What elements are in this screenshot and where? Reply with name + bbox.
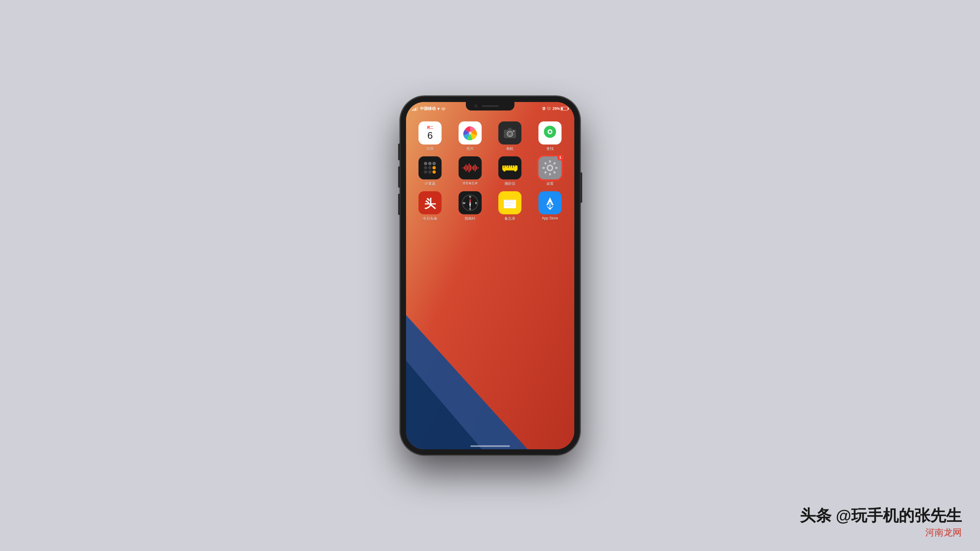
volume-up-button[interactable]: [398, 166, 400, 187]
svg-rect-24: [428, 170, 431, 174]
battery-icon: [561, 107, 568, 111]
svg-rect-25: [433, 170, 436, 174]
svg-rect-44: [512, 165, 513, 168]
battery-percent: 25%: [552, 106, 560, 111]
svg-point-9: [509, 133, 511, 135]
svg-rect-40: [504, 165, 504, 168]
svg-rect-28: [464, 166, 465, 170]
calculator-icon: [418, 156, 442, 179]
app-item-voicememo[interactable]: 语音备忘录: [451, 156, 489, 186]
photos-label: 照片: [466, 146, 474, 151]
alarm-icon: [547, 106, 551, 111]
calculator-label: 计算器: [425, 181, 436, 186]
svg-text:E: E: [475, 202, 477, 205]
calendar-day: 6: [427, 130, 433, 140]
notes-icon: [498, 191, 522, 214]
svg-point-72: [469, 202, 471, 203]
svg-point-14: [549, 130, 551, 133]
home-indicator[interactable]: [471, 445, 510, 447]
badge-1: 1: [557, 154, 563, 160]
svg-rect-45: [514, 165, 515, 167]
app-item-photos[interactable]: 照片: [451, 121, 489, 151]
svg-rect-41: [506, 165, 507, 167]
svg-rect-21: [428, 166, 431, 169]
findmy-label: 查找: [546, 146, 554, 151]
svg-rect-82: [504, 197, 516, 200]
svg-rect-29: [466, 164, 466, 171]
app-item-toutiao[interactable]: 头 今日头条: [412, 191, 449, 221]
wifi-icon: ▾︎: [438, 106, 439, 111]
svg-rect-36: [476, 166, 477, 170]
app-item-calculator[interactable]: 计算器: [412, 156, 449, 186]
svg-text:头: 头: [424, 197, 436, 210]
iphone-screen: 中国移动 ▾︎ 13:18: [406, 102, 574, 449]
status-left: 中国移动 ▾︎: [412, 106, 446, 111]
phone-frame: 中国移动 ▾︎ 13:18: [401, 97, 580, 455]
toutiao-label: 今日头条: [423, 216, 438, 221]
calendar-weekday: 周二: [420, 125, 440, 130]
svg-rect-43: [510, 165, 511, 167]
svg-rect-42: [508, 165, 509, 168]
svg-rect-10: [513, 130, 514, 132]
svg-rect-18: [428, 162, 431, 165]
findmy-icon: [538, 121, 562, 144]
svg-rect-30: [467, 165, 468, 170]
svg-rect-27: [463, 167, 463, 168]
measure-label: 测距仪: [504, 181, 515, 186]
battery-display: 25%: [552, 106, 568, 111]
app-item-notes[interactable]: 备忘录: [492, 191, 529, 221]
measure-icon: [498, 156, 522, 179]
watermark: 头条 @玩手机的张先生 河南龙网: [800, 505, 962, 539]
notch: [466, 102, 514, 111]
voicememo-label: 语音备忘录: [463, 181, 478, 186]
photos-icon: [458, 121, 482, 144]
settings-label: 设置: [546, 181, 554, 186]
app-item-findmy[interactable]: 查找: [531, 121, 569, 151]
notes-label: 备忘录: [504, 216, 515, 221]
silent-switch: [398, 144, 400, 159]
wifi-signal-icon: [441, 107, 446, 111]
svg-rect-19: [433, 162, 436, 165]
svg-rect-31: [469, 164, 469, 172]
watermark-sub-text: 河南龙网: [800, 526, 962, 539]
svg-rect-34: [473, 165, 474, 170]
app-item-calendar[interactable]: 周二 6 日历: [412, 121, 449, 151]
app-item-measure[interactable]: 测距仪: [492, 156, 529, 186]
appstore-icon: [538, 191, 562, 214]
calendar-icon: 周二 6: [418, 121, 442, 144]
status-right: 25%: [542, 106, 568, 111]
svg-rect-33: [472, 166, 473, 169]
compass-label: 指南针: [465, 216, 476, 221]
voicememo-icon: [458, 156, 482, 179]
svg-point-5: [469, 132, 472, 135]
svg-rect-22: [433, 166, 436, 169]
location-icon: [542, 107, 546, 111]
signal-icon: [412, 106, 418, 111]
svg-rect-32: [470, 165, 471, 171]
speaker-grille: [482, 105, 498, 107]
svg-rect-17: [424, 162, 427, 165]
app-grid: 周二 6 日历: [412, 121, 569, 221]
compass-icon: N S W E: [458, 191, 482, 214]
camera-label: 相机: [506, 146, 514, 151]
svg-rect-35: [475, 164, 476, 171]
svg-text:W: W: [463, 202, 466, 205]
volume-down-button[interactable]: [398, 194, 400, 215]
app-item-compass[interactable]: N S W E: [451, 191, 489, 221]
appstore-label: App Store: [542, 216, 558, 221]
svg-rect-37: [478, 167, 479, 168]
app-item-settings[interactable]: 1: [531, 156, 569, 186]
app-item-appstore[interactable]: App Store: [531, 191, 569, 221]
app-item-camera[interactable]: 相机: [492, 121, 529, 151]
home-screen: 周二 6 日历: [406, 115, 574, 449]
front-camera: [474, 105, 477, 108]
watermark-main-text: 头条 @玩手机的张先生: [800, 505, 962, 526]
svg-rect-20: [424, 166, 427, 169]
carrier-name: 中国移动: [420, 106, 436, 111]
power-button[interactable]: [580, 172, 582, 203]
svg-rect-23: [424, 170, 427, 174]
calendar-label: 日历: [426, 146, 434, 151]
toutiao-icon: 头: [418, 191, 442, 214]
camera-icon: [498, 121, 522, 144]
svg-rect-84: [549, 202, 551, 203]
